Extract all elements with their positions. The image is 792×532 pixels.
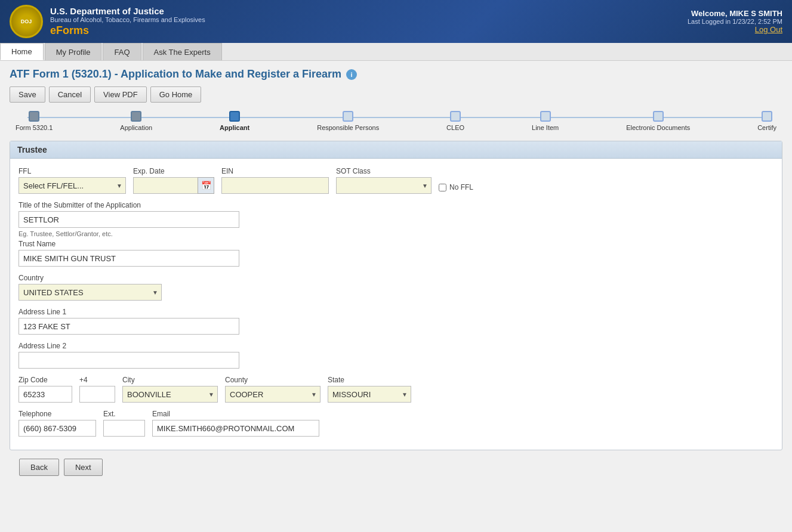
state-select[interactable]: MISSOURI [328,386,411,403]
trust-name-group: Trust Name [19,240,239,267]
trust-name-input[interactable] [19,250,239,267]
county-group: County COOPER ▼ [225,376,321,403]
section-header: Trustee [10,141,782,159]
sot-select-wrapper: ▼ [336,177,432,194]
no-ffl-checkbox[interactable] [439,184,446,191]
state-group: State MISSOURI ▼ [328,376,411,403]
cancel-button[interactable]: Cancel [49,86,91,103]
exp-date-group: Exp. Date 📅 [133,167,214,194]
view-pdf-button[interactable]: View PDF [94,86,147,103]
progress-bar: Form 5320.1 Application Applicant Respon… [10,111,782,131]
email-input[interactable] [152,420,319,437]
header-left: DOJ U.S. Department of Justice Bureau of… [10,5,205,38]
address2-label: Address Line 2 [19,342,239,350]
telephone-input[interactable] [19,420,96,437]
zip-label: Zip Code [19,376,72,384]
next-button[interactable]: Next [64,459,103,476]
zip-group: Zip Code [19,376,72,403]
exp-date-label: Exp. Date [133,167,214,175]
address2-input[interactable] [19,352,239,369]
county-label: County [225,376,321,384]
state-select-wrapper: MISSOURI ▼ [328,386,411,403]
address1-row: Address Line 1 [19,308,773,335]
title-row: Title of the Submitter of the Applicatio… [19,201,773,228]
step-dot-certify [762,111,772,122]
header-right: Welcome, MIKE S SMITH Last Logged in 1/2… [688,9,782,34]
step-certify: Certify [757,111,776,131]
sot-class-group: SOT Class ▼ [336,167,432,194]
step-electronic-docs: Electronic Documents [626,111,690,131]
step-label-certify: Certify [757,124,776,131]
title-label: Title of the Submitter of the Applicatio… [19,201,239,209]
step-label-form5320: Form 5320.1 [16,124,53,131]
ext-input[interactable] [103,420,145,437]
step-label-electronic-docs: Electronic Documents [626,124,690,131]
nav-my-profile[interactable]: My Profile [45,43,102,60]
email-label: Email [152,410,319,418]
save-button[interactable]: Save [10,86,45,103]
location-row: Zip Code +4 City BOONVILLE ▼ [19,376,773,403]
country-group: Country UNITED STATES ▼ [19,274,162,301]
step-label-applicant: Applicant [220,124,249,131]
title-group: Title of the Submitter of the Applicatio… [19,201,239,228]
ext-group: Ext. [103,410,145,437]
plus4-input[interactable] [79,386,115,403]
state-label: State [328,376,411,384]
zip-input[interactable] [19,386,72,403]
nav-home[interactable]: Home [0,43,44,60]
step-label-responsible: Responsible Persons [317,124,379,131]
page-content: ATF Form 1 (5320.1) - Application to Mak… [0,61,792,491]
step-label-line-item: Line Item [532,124,559,131]
trust-name-row: Trust Name [19,240,773,267]
address2-row: Address Line 2 [19,342,773,369]
county-select[interactable]: COOPER [225,386,321,403]
step-dot-cleo [450,111,461,122]
step-dot-line-item [540,111,551,122]
country-label: Country [19,274,162,282]
logout-link[interactable]: Log Out [688,25,782,34]
city-select[interactable]: BOONVILLE [122,386,218,403]
header: DOJ U.S. Department of Justice Bureau of… [0,0,792,43]
contact-row: Telephone Ext. Email [19,410,773,437]
doj-seal: DOJ [10,5,43,38]
ext-label: Ext. [103,410,145,418]
ein-label: EIN [221,167,329,175]
nav-ask-experts[interactable]: Ask The Experts [143,43,222,60]
user-name: MIKE S SMITH [729,9,782,18]
plus4-label: +4 [79,376,115,384]
step-applicant: Applicant [220,111,249,131]
ffl-row: FFL Select FFL/FEL... ▼ Exp. Date 📅 [19,167,773,194]
telephone-label: Telephone [19,410,96,418]
action-buttons: Save Cancel View PDF Go Home [10,86,782,103]
ein-input[interactable] [221,177,329,194]
city-select-wrapper: BOONVILLE ▼ [122,386,218,403]
page-title: ATF Form 1 (5320.1) - Application to Mak… [10,68,341,81]
title-input[interactable] [19,211,239,228]
nav-faq[interactable]: FAQ [103,43,141,60]
welcome-message: Welcome, MIKE S SMITH [688,9,782,18]
sot-class-select[interactable] [336,177,432,194]
info-icon[interactable]: i [346,69,357,80]
go-home-button[interactable]: Go Home [150,86,202,103]
plus4-group: +4 [79,376,115,403]
step-label-application: Application [120,124,152,131]
dept-name: U.S. Department of Justice [50,6,205,16]
exp-date-input[interactable] [133,177,199,194]
county-select-wrapper: COOPER ▼ [225,386,321,403]
calendar-icon[interactable]: 📅 [198,177,214,194]
address1-group: Address Line 1 [19,308,239,335]
address2-group: Address Line 2 [19,342,239,369]
city-label: City [122,376,218,384]
trust-name-label: Trust Name [19,240,239,248]
step-label-cleo: CLEO [446,124,464,131]
bottom-buttons: Back Next [10,450,782,484]
address1-label: Address Line 1 [19,308,239,316]
step-line-item: Line Item [532,111,559,131]
back-button[interactable]: Back [19,459,59,476]
app-name: eForms [50,24,205,37]
ffl-select[interactable]: Select FFL/FEL... [19,177,126,194]
step-dot-application [131,111,141,122]
address1-input[interactable] [19,318,239,335]
step-responsible-persons: Responsible Persons [317,111,379,131]
country-select[interactable]: UNITED STATES [19,284,162,301]
